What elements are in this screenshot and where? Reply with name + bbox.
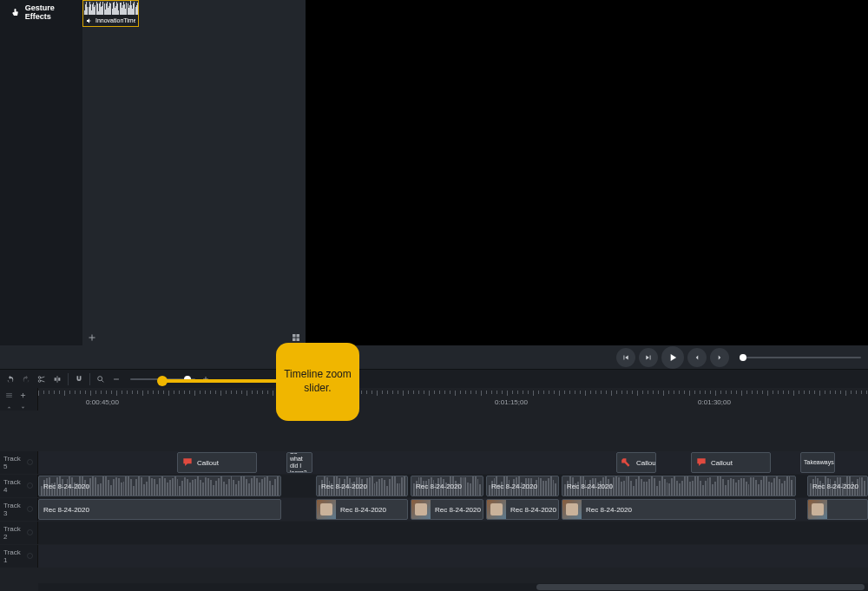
ruler-time-label: 0:01:30;00 <box>698 398 731 406</box>
annotation-text: Timeline zoom slider. <box>283 368 352 395</box>
video-clip[interactable]: Rec 8-24-2020 <box>411 499 483 520</box>
track-head[interactable]: Track 5 <box>0 451 38 474</box>
video-clip[interactable]: Rec 8-24-2020 <box>486 499 559 520</box>
callout-clip[interactable]: Callout <box>177 452 257 473</box>
track-row-3: Track 3 Rec 8-24-2020 Rec 8-24-2020 Rec … <box>0 498 868 521</box>
help-annotation: Timeline zoom slider. <box>161 343 357 348</box>
split-button[interactable] <box>52 374 62 384</box>
zoom-out-button[interactable] <box>111 374 122 384</box>
video-clip[interactable]: Rec 8-24-2020 <box>38 499 281 520</box>
playback-speed-slider[interactable] <box>740 357 861 358</box>
track-lane[interactable] <box>38 545 868 568</box>
annotation-clip[interactable]: So what did I learn? <box>286 452 312 473</box>
track-head[interactable]: Track 3 <box>0 498 38 521</box>
media-bin-footer <box>86 332 302 343</box>
video-clip[interactable]: Rec 8-24-2020 <box>562 499 796 520</box>
audio-clip[interactable]: Rec 8-24-2020 <box>411 476 483 496</box>
ruler-time-label: 0:00:45;00 <box>86 398 119 406</box>
clip-label: Rec 8-24-2020 <box>582 506 632 514</box>
gesture-icon <box>10 6 22 18</box>
transport-bar <box>0 345 868 369</box>
clip-label: Rec 8-24-2020 <box>317 483 367 490</box>
add-track-button[interactable] <box>17 390 28 400</box>
undo-button[interactable] <box>5 374 16 384</box>
cut-button[interactable] <box>36 374 47 384</box>
add-media-button[interactable] <box>86 332 98 343</box>
track-head[interactable]: Track 2 <box>0 522 38 544</box>
video-thumbnail <box>411 500 431 519</box>
video-thumbnail <box>562 500 582 519</box>
track-lock-icon[interactable] <box>26 529 34 538</box>
left-sidebar: Gesture Effects <box>5 0 82 345</box>
top-area: Gesture Effects InnovationTime <box>0 0 868 345</box>
clip-label: Callout <box>711 459 733 467</box>
next-frame-button[interactable] <box>639 348 658 367</box>
audio-clip[interactable]: Rec 8-24-2020 <box>807 476 868 496</box>
track-lane[interactable]: Callout So what did I learn? Callout Cal… <box>38 451 868 474</box>
tracks-top-padding <box>0 410 868 450</box>
svg-point-5 <box>28 529 33 535</box>
clip-label: Rec 8-24-2020 <box>336 506 386 514</box>
video-thumbnail <box>487 500 506 519</box>
play-button[interactable] <box>661 346 684 369</box>
media-clip-thumbnail[interactable]: InnovationTime <box>82 0 139 27</box>
audio-clip[interactable]: Rec 8-24-2020 <box>486 476 559 496</box>
svg-point-6 <box>28 553 33 558</box>
track-lock-icon[interactable] <box>26 552 34 561</box>
previous-frame-button[interactable] <box>616 348 635 367</box>
audio-clip[interactable]: Rec 8-24-2020 <box>316 476 408 496</box>
clip-label: Rec 8-24-2020 <box>506 506 556 514</box>
grid-view-button[interactable] <box>290 332 302 343</box>
jump-forward-button[interactable] <box>710 348 729 367</box>
scrollbar-thumb[interactable] <box>536 584 865 590</box>
clip-label: Callout <box>636 459 656 467</box>
track-lock-icon[interactable] <box>26 458 34 468</box>
clip-label: Rec 8-24-2020 <box>431 506 481 514</box>
callout-icon <box>181 456 194 469</box>
track-head[interactable]: Track 1 <box>0 545 38 568</box>
track-label: Track 4 <box>3 478 26 494</box>
svg-point-4 <box>28 506 33 511</box>
sidebar-item-gesture-effects[interactable]: Gesture Effects <box>5 0 82 24</box>
video-clip[interactable]: Rec 8-24-2020 <box>316 499 408 520</box>
zoom-search-icon[interactable] <box>95 374 106 384</box>
clip-label: Takeaways <box>804 459 834 466</box>
clip-label: Rec 8-24-2020 <box>411 483 462 490</box>
track-lane[interactable]: Rec 8-24-2020 Rec 8-24-2020 Rec 8-24-202… <box>38 475 868 497</box>
timeline-ruler[interactable]: 0:00:45;00 0:01:15;00 0:01:30;00 <box>38 388 868 410</box>
callout-clip[interactable]: Callout <box>616 452 656 473</box>
clip-label: Rec 8-24-2020 <box>39 506 89 514</box>
timeline-toolbar <box>0 369 868 388</box>
track-opt-icon[interactable] <box>3 390 14 400</box>
annotation-box: Timeline zoom slider. <box>276 343 359 421</box>
callout-clip[interactable]: Callout <box>691 452 771 473</box>
clip-label: Rec 8-24-2020 <box>808 483 858 490</box>
audio-clip[interactable]: Rec 8-24-2020 <box>38 476 281 496</box>
track-label: Track 5 <box>3 455 26 470</box>
clip-label: So what did I learn? <box>290 452 309 473</box>
timeline-ruler-row: 0:00:45;00 0:01:15;00 0:01:30;00 <box>0 388 868 410</box>
video-clip[interactable] <box>807 499 868 520</box>
timeline-horizontal-scrollbar[interactable] <box>38 583 868 591</box>
track-row-1: Track 1 <box>0 545 868 568</box>
svg-point-2 <box>98 376 102 380</box>
clip-label: Rec 8-24-2020 <box>487 483 537 490</box>
audio-clip[interactable]: Rec 8-24-2020 <box>562 476 796 496</box>
track-lock-icon[interactable] <box>26 482 34 491</box>
magnet-button[interactable] <box>74 374 84 384</box>
clip-label: Callout <box>197 459 219 467</box>
jump-back-button[interactable] <box>687 348 707 367</box>
track-lock-icon[interactable] <box>26 505 34 515</box>
annotation-clip[interactable]: Takeaways <box>800 452 835 473</box>
track-lane[interactable]: Rec 8-24-2020 Rec 8-24-2020 Rec 8-24-202… <box>38 498 868 521</box>
callout-icon <box>621 456 633 469</box>
clip-label: Rec 8-24-2020 <box>39 483 89 490</box>
redo-button[interactable] <box>21 374 31 384</box>
media-clip-label-row: InnovationTime <box>83 15 138 26</box>
video-thumbnail <box>317 500 336 519</box>
track-head[interactable]: Track 4 <box>0 475 38 497</box>
toolbar-divider <box>89 373 90 385</box>
preview-canvas[interactable] <box>308 0 868 345</box>
sidebar-item-label: Gesture Effects <box>25 3 77 21</box>
track-lane[interactable] <box>38 522 868 544</box>
